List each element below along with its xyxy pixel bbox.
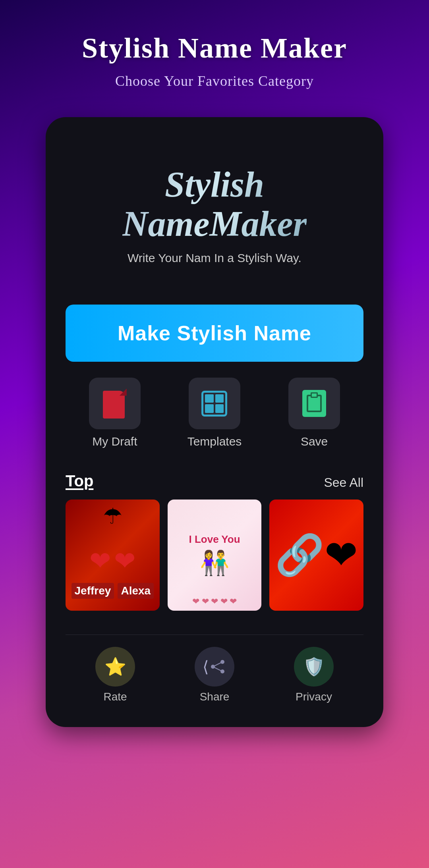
- draft-icon-container: [89, 378, 141, 429]
- logo-section: Stylish NameMaker Write Your Nam In a St…: [122, 141, 307, 277]
- heart-right: ❤: [114, 546, 135, 576]
- save-button[interactable]: Save: [288, 378, 340, 448]
- app-title: Stylish Name Maker: [16, 32, 413, 65]
- my-draft-button[interactable]: My Draft: [89, 378, 141, 448]
- umbrella-icon: ☂: [103, 503, 122, 529]
- top-header: Top See All: [66, 472, 363, 490]
- save-icon: [302, 390, 326, 417]
- templates-label: Templates: [187, 435, 242, 448]
- header-section: Stylish Name Maker Choose Your Favorites…: [0, 0, 429, 105]
- app-subtitle: Choose Your Favorites Category: [16, 73, 413, 89]
- share-icon: ⟨: [203, 658, 209, 676]
- share-nav-item[interactable]: ⟨ Share: [195, 647, 234, 703]
- templates-icon-container: [189, 378, 240, 429]
- locket-emoji: 🔗❤: [275, 532, 358, 579]
- love-you-card[interactable]: I Love You 👫 ❤ ❤ ❤ ❤ ❤: [168, 500, 262, 611]
- rate-icon-circle: ⭐: [95, 647, 135, 687]
- save-label: Save: [301, 435, 328, 448]
- alexa-name: Alexa: [118, 583, 154, 599]
- rate-nav-item[interactable]: ⭐ Rate: [95, 647, 135, 703]
- rate-label: Rate: [103, 691, 127, 703]
- share-label: Share: [200, 691, 230, 703]
- svg-line-4: [213, 667, 222, 671]
- locket-card[interactable]: 🔗❤: [269, 500, 363, 611]
- love-hearts-deco: ❤ ❤ ❤ ❤ ❤: [192, 596, 237, 607]
- logo-line2: NameMaker: [122, 204, 307, 243]
- love-content: I Love You 👫 ❤ ❤ ❤ ❤ ❤: [168, 500, 262, 611]
- top-label: Top: [66, 472, 93, 490]
- privacy-label: Privacy: [296, 691, 332, 703]
- jeffrey-names: Jeffrey Alexa: [66, 583, 160, 599]
- jeffrey-name: Jeffrey: [72, 583, 114, 599]
- see-all-button[interactable]: See All: [324, 475, 363, 490]
- share-icon-circle: ⟨: [195, 647, 234, 687]
- draft-label: My Draft: [92, 435, 137, 448]
- action-buttons-row: My Draft Templates: [66, 378, 363, 448]
- jeffrey-hearts-bg: ☂ ❤ ❤ Jeffrey Alexa: [66, 500, 160, 611]
- share-svg: [209, 658, 226, 675]
- make-stylish-button[interactable]: Make Stylish Name: [66, 305, 363, 362]
- rate-star-icon: ⭐: [104, 656, 126, 677]
- couple-emoji: 👫: [200, 549, 230, 577]
- jeffrey-alexa-card[interactable]: ☂ ❤ ❤ Jeffrey Alexa: [66, 500, 160, 611]
- heart-left: ❤: [89, 546, 111, 576]
- privacy-shield-icon: 🛡️: [303, 656, 325, 677]
- top-images-row: ☂ ❤ ❤ Jeffrey Alexa I Love You 👫 ❤ ❤: [66, 500, 363, 611]
- phone-container: Stylish NameMaker Write Your Nam In a St…: [46, 117, 383, 727]
- draft-icon: [103, 389, 127, 419]
- save-icon-container: [288, 378, 340, 429]
- privacy-icon-circle: 🛡️: [294, 647, 334, 687]
- privacy-nav-item[interactable]: 🛡️ Privacy: [294, 647, 334, 703]
- logo-line1: Stylish: [122, 165, 307, 204]
- love-title: I Love You: [189, 533, 240, 546]
- templates-button[interactable]: Templates: [187, 378, 242, 448]
- locket-content: 🔗❤: [269, 500, 363, 611]
- hearts-middle: ❤ ❤: [89, 546, 135, 576]
- top-section: Top See All ☂ ❤ ❤ Jeffrey Alexa: [66, 472, 363, 611]
- logo-tagline: Write Your Nam In a Stylish Way.: [122, 251, 307, 265]
- templates-icon: [201, 391, 227, 417]
- bottom-nav: ⭐ Rate ⟨ Share 🛡️ Privacy: [66, 635, 363, 711]
- svg-line-3: [213, 662, 222, 667]
